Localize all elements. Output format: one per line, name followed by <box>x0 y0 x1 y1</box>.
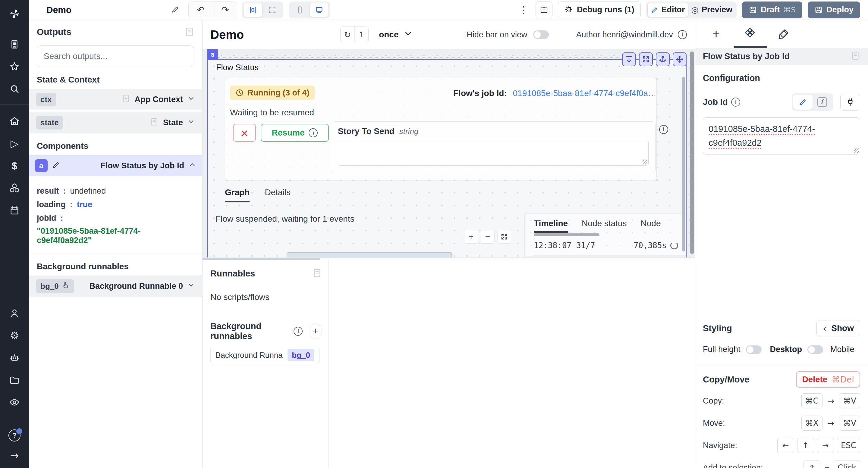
component-settings-tab-diamonds-icon[interactable] <box>733 28 767 40</box>
tab-timeline[interactable]: Timeline <box>534 219 568 233</box>
home-icon[interactable] <box>8 115 21 127</box>
delete-label: Delete <box>802 375 827 384</box>
show-styling-button[interactable]: ‹ Show <box>816 320 860 336</box>
background-runnable-card[interactable]: Background Runna... bg_0 <box>210 347 319 364</box>
story-textarea[interactable] <box>338 140 649 166</box>
bg-runnables-info-icon[interactable]: i <box>293 327 303 336</box>
help-icon[interactable]: ? <box>8 430 21 441</box>
chevron-down-icon[interactable] <box>187 118 195 128</box>
running-status-badge: Running (3 of 4) <box>230 86 315 100</box>
preview-eye-icon: ◎ <box>691 5 699 15</box>
tab-node-status[interactable]: Node status <box>582 219 627 233</box>
prop-key[interactable]: jobId <box>37 213 56 223</box>
editor-tab[interactable]: Editor <box>647 3 688 17</box>
timeline-hscrollbar[interactable] <box>534 233 599 236</box>
configuration-title: Configuration <box>703 73 860 83</box>
desktop-toggle[interactable] <box>807 345 823 354</box>
rail-divider <box>0 104 29 105</box>
static-input-pencil-button[interactable] <box>793 95 812 110</box>
graph-fullscreen-button[interactable] <box>497 230 511 244</box>
hide-bar-toggle[interactable] <box>533 30 549 39</box>
desktop-view-button[interactable] <box>310 3 329 17</box>
ctx-row[interactable]: ctx App Context <box>29 89 202 110</box>
favorites-star-icon[interactable] <box>8 61 21 73</box>
folders-icon[interactable] <box>8 374 21 386</box>
canvas-vertical-scrollbar[interactable] <box>690 52 694 254</box>
chevron-down-icon[interactable] <box>187 95 195 104</box>
cancel-button[interactable]: × <box>233 124 256 142</box>
eval-input-function-button[interactable]: f <box>812 95 832 110</box>
connect-input-plug-button[interactable] <box>840 94 860 110</box>
audit-eye-icon[interactable] <box>8 396 21 408</box>
preview-tab[interactable]: ◎ Preview <box>688 3 736 17</box>
styling-tab-brush-icon[interactable] <box>767 28 801 40</box>
panel-doc-icon[interactable] <box>184 27 194 38</box>
resources-cubes-icon[interactable] <box>8 182 21 194</box>
tab-graph[interactable]: Graph <box>225 188 250 202</box>
component-row-selected[interactable]: a Flow Status by Job Id <box>29 155 202 176</box>
expand-sidebar-arrow-icon[interactable]: → <box>8 449 21 461</box>
debug-runs-button[interactable]: Debug runs (1) <box>558 1 641 19</box>
author-info-icon[interactable]: i <box>678 30 687 39</box>
canvas-horizontal-scrollbar[interactable] <box>203 258 695 260</box>
resume-button[interactable]: Resume i <box>261 124 329 142</box>
job-id-link[interactable]: 0191085e-5baa-81ef-4774-c9ef4f0a… <box>513 89 655 98</box>
windmill-logo[interactable] <box>0 0 29 28</box>
story-field-type: string <box>399 127 418 136</box>
component-id-tab[interactable]: a <box>207 49 218 60</box>
runnables-doc-icon[interactable] <box>312 268 322 279</box>
centered-layout-button[interactable] <box>243 3 262 17</box>
resume-info-icon[interactable]: i <box>309 128 318 137</box>
deploy-button[interactable]: Deploy <box>808 1 860 19</box>
insert-component-tab-plus-icon[interactable]: + <box>699 27 733 41</box>
users-icon[interactable] <box>8 307 21 319</box>
variables-dollar-icon[interactable]: $ <box>8 160 21 172</box>
form-info-icon[interactable]: i <box>659 125 668 134</box>
mobile-view-button[interactable] <box>290 3 310 17</box>
more-menu-icon[interactable]: ⋮ <box>517 4 530 16</box>
prop-key[interactable]: loading <box>37 200 66 209</box>
chevron-down-icon[interactable] <box>187 281 195 291</box>
prop-key[interactable]: result <box>37 187 59 196</box>
app-canvas[interactable]: a Flow Status Running (3 of 4) Flow's jo… <box>203 49 695 258</box>
tab-node[interactable]: Node <box>641 219 661 233</box>
workers-robot-icon[interactable] <box>8 352 21 364</box>
job-id-input[interactable]: 0191085e-5baa-81ef-4774-c9ef4f0a92d2 <box>703 118 860 155</box>
fullwidth-layout-button[interactable] <box>262 3 282 17</box>
state-row[interactable]: state State <box>29 112 202 133</box>
workspace-building-icon[interactable] <box>8 38 21 50</box>
docs-book-button[interactable] <box>535 1 553 19</box>
flow-status-component[interactable]: a Flow Status Running (3 of 4) Flow's jo… <box>207 59 687 258</box>
runs-play-icon[interactable]: ▷ <box>8 137 21 149</box>
delete-component-button[interactable]: Delete ⌘Del <box>796 371 860 388</box>
component-scrollbar[interactable] <box>682 77 685 252</box>
canvas-header: Demo ↻ 1 once Hide bar on view Author he… <box>203 20 695 49</box>
job-id-info-icon[interactable]: i <box>731 98 740 107</box>
anchor-icon[interactable] <box>656 53 670 66</box>
edit-title-pencil-icon[interactable] <box>171 5 180 15</box>
component-doc-icon[interactable] <box>850 51 860 62</box>
full-height-toggle[interactable] <box>746 345 762 354</box>
background-runnables-title: Background runnables <box>37 262 202 271</box>
schedules-calendar-icon[interactable] <box>8 204 21 216</box>
chevron-up-icon[interactable] <box>188 161 196 171</box>
fullscreen-icon[interactable] <box>639 53 653 66</box>
refresh-icon: ↻ <box>341 27 354 43</box>
refresh-counter[interactable]: ↻ 1 <box>340 26 369 43</box>
tab-details[interactable]: Details <box>265 188 290 202</box>
background-runnable-row[interactable]: bg_0 Background Runnable 0 <box>29 275 202 297</box>
add-background-runnable-button[interactable]: + <box>309 324 322 339</box>
draft-button[interactable]: Draft ⌘S <box>742 1 802 19</box>
flow-node-input[interactable]: Input <box>287 253 452 258</box>
schedule-dropdown[interactable]: once <box>379 29 412 40</box>
settings-gear-icon[interactable]: ⚙ <box>8 330 21 341</box>
graph-zoom-in-button[interactable]: + <box>464 230 478 244</box>
search-outputs-input[interactable] <box>44 52 187 61</box>
rename-pencil-icon[interactable] <box>52 161 60 170</box>
move-icon[interactable] <box>673 53 687 66</box>
redo-button[interactable]: ↷ <box>213 2 237 18</box>
graph-zoom-out-button[interactable]: − <box>481 230 495 244</box>
expand-down-icon[interactable] <box>622 53 636 66</box>
search-icon[interactable] <box>8 83 21 95</box>
undo-button[interactable]: ↶ <box>189 2 213 18</box>
